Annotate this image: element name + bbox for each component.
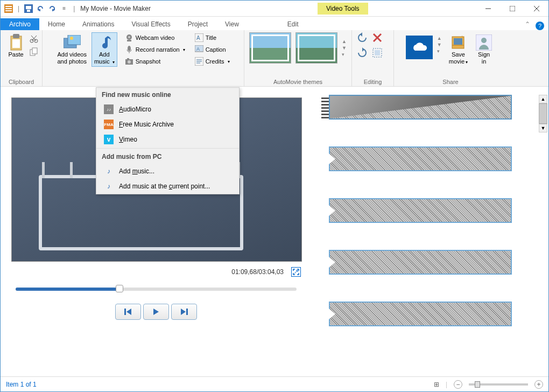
svg-rect-1 xyxy=(5,6,12,7)
zoom-thumb[interactable] xyxy=(475,381,480,388)
vertical-scrollbar[interactable]: ▲ ▼ xyxy=(539,95,547,132)
status-item-count: Item 1 of 1 xyxy=(6,381,37,388)
svg-rect-21 xyxy=(68,35,81,45)
prev-frame-button[interactable] xyxy=(115,304,141,320)
note-add-icon: ♪ xyxy=(104,181,114,191)
timeline-clip[interactable] xyxy=(329,146,512,171)
svg-line-16 xyxy=(32,36,37,41)
tab-view[interactable]: View xyxy=(216,18,248,30)
dropdown-header-pc: Add music from PC xyxy=(96,150,239,164)
video-tools-label: Video Tools xyxy=(318,3,368,15)
titlebar: | ≡ | My Movie - Movie Maker Video Tools xyxy=(1,1,548,17)
paste-label: Paste xyxy=(8,51,23,58)
timeline-clip[interactable] xyxy=(329,302,512,326)
save-icon[interactable] xyxy=(24,4,33,13)
theme-gallery-expand[interactable]: ▲▼▾ xyxy=(342,39,347,57)
camera-icon xyxy=(125,57,133,66)
close-button[interactable] xyxy=(524,1,548,17)
zoom-out-button[interactable]: − xyxy=(454,380,462,389)
menu-item-add-music-current[interactable]: ♪ Add music at the current point... xyxy=(96,179,239,194)
automovie-group-label: AutoMovie themes xyxy=(273,78,322,85)
save-movie-label: Save movie▾ xyxy=(449,51,468,65)
play-button[interactable] xyxy=(143,304,169,320)
share-gallery-expand[interactable]: ▲▼▾ xyxy=(437,36,442,54)
clipboard-icon xyxy=(8,34,25,51)
menu-item-audiomicro[interactable]: ♪♪ AudioMicro xyxy=(96,102,239,117)
webcam-icon xyxy=(125,33,133,42)
paste-button[interactable]: Paste xyxy=(5,32,27,60)
fullscreen-icon[interactable] xyxy=(291,267,301,277)
timeline-clip[interactable] xyxy=(329,95,512,120)
title-button[interactable]: A Title xyxy=(193,32,232,43)
svg-rect-49 xyxy=(186,309,188,315)
timeline-pane: ▲ ▼ xyxy=(307,87,548,376)
microphone-icon xyxy=(125,45,133,54)
svg-rect-6 xyxy=(27,10,30,12)
redo-icon[interactable] xyxy=(47,4,57,13)
svg-point-22 xyxy=(70,37,73,40)
zoom-in-button[interactable]: + xyxy=(534,380,543,389)
tab-visual-effects[interactable]: Visual Effects xyxy=(123,18,179,30)
clipboard-group-label: Clipboard xyxy=(9,78,34,85)
caption-icon: A xyxy=(195,45,203,54)
playback-controls xyxy=(11,304,301,320)
ribbon-group-editing: Editing xyxy=(352,30,394,86)
seek-bar[interactable] xyxy=(16,288,297,291)
theme-thumb-2[interactable] xyxy=(295,32,337,64)
menu-item-vimeo[interactable]: v Vimeo xyxy=(96,132,239,147)
ribbon-group-share: ▲▼▾ Save movie▾ Sign in Share xyxy=(394,30,507,86)
zoom-slider[interactable] xyxy=(469,383,528,386)
tab-animations[interactable]: Animations xyxy=(74,18,123,30)
svg-rect-2 xyxy=(5,8,12,9)
add-music-button[interactable]: Add music ▾ xyxy=(92,32,117,67)
sign-in-button[interactable]: Sign in xyxy=(473,32,495,67)
svg-rect-5 xyxy=(26,6,31,9)
maximize-button[interactable] xyxy=(500,1,524,17)
scroll-down-icon[interactable]: ▼ xyxy=(539,124,547,132)
tab-home[interactable]: Home xyxy=(39,18,74,30)
save-movie-button[interactable]: Save movie▾ xyxy=(446,32,470,67)
collapse-ribbon-icon[interactable]: ⌃ xyxy=(519,18,536,30)
music-note-icon xyxy=(96,34,113,51)
scroll-thumb[interactable] xyxy=(539,103,547,124)
tab-archivo[interactable]: Archivo xyxy=(1,18,39,30)
delete-icon[interactable] xyxy=(372,32,383,43)
minimize-button[interactable] xyxy=(476,1,500,17)
timeline-clip[interactable] xyxy=(329,250,512,275)
rotate-right-icon[interactable] xyxy=(357,47,368,58)
quick-access-toolbar: | ≡ | xyxy=(1,4,80,13)
view-toggle-icon[interactable]: ⊞ xyxy=(434,381,439,388)
timeline-clip[interactable] xyxy=(329,198,512,223)
help-icon[interactable]: ? xyxy=(536,22,544,30)
credits-button[interactable]: Credits▾ xyxy=(193,56,232,67)
next-frame-button[interactable] xyxy=(171,304,197,320)
menu-item-add-music[interactable]: ♪ Add music... xyxy=(96,164,239,179)
scroll-up-icon[interactable]: ▲ xyxy=(539,95,547,103)
webcam-video-button[interactable]: Webcam video xyxy=(123,32,187,43)
tab-edit[interactable]: Edit xyxy=(279,18,307,30)
onedrive-button[interactable] xyxy=(406,36,433,59)
ribbon-group-add: Add videos and photos Add music ▾ Webcam… xyxy=(43,30,244,86)
snapshot-button[interactable]: Snapshot xyxy=(123,56,187,67)
copy-icon[interactable] xyxy=(30,47,38,56)
theme-thumb-1[interactable] xyxy=(249,32,291,64)
caption-button[interactable]: A Caption xyxy=(193,44,232,55)
svg-text:A: A xyxy=(196,35,200,41)
undo-icon[interactable] xyxy=(36,4,45,13)
add-music-label: Add music ▾ xyxy=(94,51,115,65)
select-all-icon[interactable] xyxy=(372,47,383,58)
ribbon-group-automovie: ▲▼▾ AutoMovie themes xyxy=(244,30,352,86)
qat-dropdown-icon[interactable]: ≡ xyxy=(59,4,69,13)
seek-thumb[interactable] xyxy=(116,285,123,292)
dropdown-header-online: Find new music online xyxy=(96,88,239,102)
app-icon[interactable] xyxy=(4,4,13,13)
rotate-left-icon[interactable] xyxy=(357,32,368,43)
svg-rect-30 xyxy=(127,58,129,60)
record-narration-button[interactable]: Record narration▾ xyxy=(123,44,187,55)
window-controls xyxy=(476,1,548,17)
add-videos-button[interactable]: Add videos and photos xyxy=(54,32,89,67)
menu-item-free-music-archive[interactable]: FMA Free Music Archive xyxy=(96,117,239,132)
cut-icon[interactable] xyxy=(30,34,38,43)
tab-project[interactable]: Project xyxy=(179,18,216,30)
add-group-label xyxy=(142,78,144,85)
